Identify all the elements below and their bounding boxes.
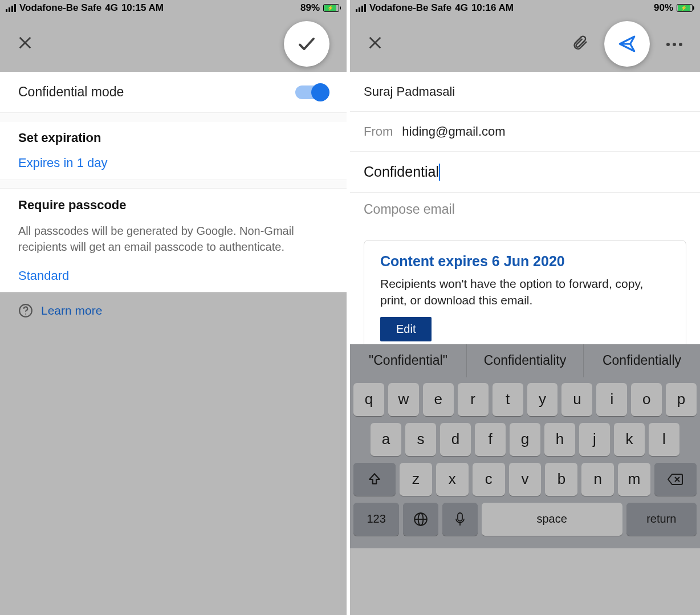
- time-label: 10:16 AM: [471, 2, 514, 14]
- subject-text: Confidential: [364, 164, 439, 180]
- edit-confidential-button[interactable]: Edit: [380, 317, 432, 341]
- set-expiration-title: Set expiration: [18, 131, 328, 145]
- from-field[interactable]: From hiding@gmail.com: [350, 112, 700, 152]
- learn-more-row[interactable]: Learn more: [0, 293, 347, 328]
- carrier-label: Vodafone-Be Safe: [19, 2, 101, 14]
- text-cursor: [439, 164, 440, 181]
- confirm-check-button[interactable]: [284, 21, 329, 67]
- status-bar-left: Vodafone-Be Safe 4G 10:15 AM 89% ⚡: [0, 0, 347, 16]
- passcode-section: Require passcode All passcodes will be g…: [0, 189, 347, 292]
- signal-icon: [356, 4, 366, 12]
- expiration-value[interactable]: Expires in 1 day: [18, 156, 328, 170]
- battery-percent: 90%: [654, 2, 673, 14]
- screen-compose-email: Vodafone-Be Safe 4G 10:16 AM 90% ⚡: [350, 0, 700, 615]
- carrier-label: Vodafone-Be Safe: [369, 2, 451, 14]
- confidential-info-card: Content expires 6 Jun 2020 Recipients wo…: [364, 240, 686, 355]
- battery-icon: ⚡: [323, 4, 341, 12]
- time-label: 10:15 AM: [121, 2, 164, 14]
- help-icon: [18, 303, 33, 318]
- network-label: 4G: [105, 2, 118, 14]
- to-field[interactable]: Suraj Padmasali: [350, 72, 700, 112]
- svg-point-3: [25, 313, 26, 315]
- from-label: From: [364, 124, 393, 139]
- compose-body[interactable]: Compose email: [350, 193, 700, 226]
- to-recipient: Suraj Padmasali: [364, 84, 455, 99]
- confidential-mode-toggle[interactable]: [295, 85, 328, 99]
- keyboard-area: "Confidential" Confidentiality Confident…: [350, 344, 700, 615]
- card-expires-title: Content expires 6 Jun 2020: [380, 253, 670, 270]
- passcode-title: Require passcode: [18, 198, 328, 213]
- subject-field[interactable]: Confidential: [350, 152, 700, 193]
- bottom-area-left: Learn more: [0, 292, 347, 615]
- battery-icon: ⚡: [677, 4, 694, 12]
- status-bar-right: Vodafone-Be Safe 4G 10:16 AM 90% ⚡: [350, 0, 700, 16]
- network-label: 4G: [455, 2, 468, 14]
- confidential-mode-label: Confidential mode: [18, 84, 124, 100]
- learn-more-label: Learn more: [41, 304, 102, 317]
- passcode-description: All passcodes will be generated by Googl…: [18, 223, 328, 255]
- set-expiration-section: Set expiration Expires in 1 day: [0, 121, 347, 180]
- signal-icon: [6, 4, 16, 12]
- battery-percent: 89%: [300, 2, 320, 14]
- from-email: hiding@gmail.com: [402, 124, 505, 139]
- card-description: Recipients won't have the option to forw…: [380, 275, 670, 309]
- screen-confidential-settings: Vodafone-Be Safe 4G 10:15 AM 89% ⚡ Confi…: [0, 0, 350, 615]
- compose-placeholder: Compose email: [364, 202, 455, 217]
- confidential-mode-row: Confidential mode: [0, 72, 347, 112]
- send-button[interactable]: [604, 21, 650, 67]
- passcode-value[interactable]: Standard: [18, 268, 328, 283]
